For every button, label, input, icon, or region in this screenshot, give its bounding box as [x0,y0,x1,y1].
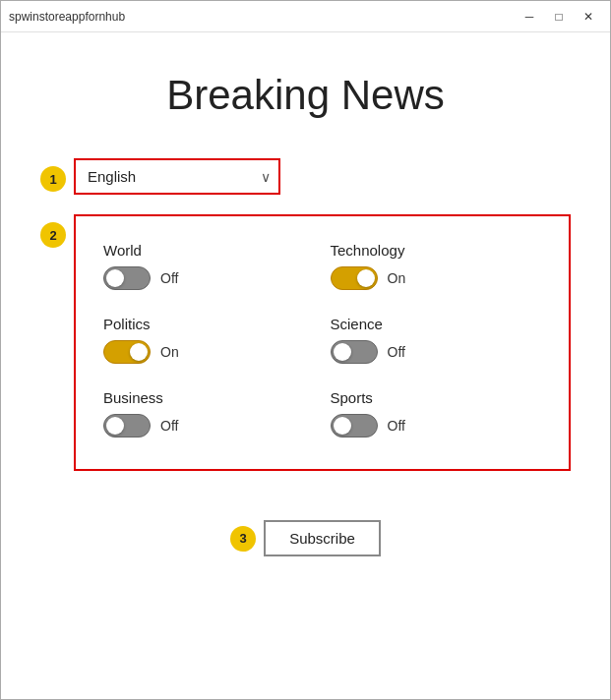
subscribe-button[interactable]: Subscribe [264,520,381,556]
sports-toggle[interactable] [331,414,378,438]
business-toggle-row: Off [103,414,315,438]
maximize-button[interactable]: □ [545,7,573,27]
category-science-label: Science [331,316,542,332]
science-toggle[interactable] [331,340,378,364]
badge-3: 3 [230,526,256,552]
subscribe-section: 3 Subscribe [230,520,381,556]
page-title: Breaking News [166,72,444,119]
technology-toggle[interactable] [331,266,378,290]
world-toggle-thumb [106,269,124,287]
world-toggle[interactable] [103,266,151,290]
politics-toggle-row: On [103,340,315,364]
world-toggle-row: Off [103,266,315,290]
politics-status: On [160,344,179,360]
category-world-label: World [103,242,315,259]
category-technology: Technology On [323,232,550,306]
close-button[interactable]: ✕ [575,7,602,27]
category-technology-label: Technology [331,242,542,259]
science-toggle-thumb [334,343,351,361]
sports-toggle-thumb [334,417,351,435]
category-business: Business Off [95,379,323,453]
technology-toggle-thumb [357,269,375,287]
badge-1: 1 [40,166,66,192]
category-world: World Off [95,232,323,306]
politics-toggle-thumb [130,343,148,361]
category-sports-label: Sports [331,389,542,406]
categories-grid: World Off Technology [95,232,549,453]
category-science: Science Off [323,306,550,379]
business-status: Off [160,418,178,434]
main-content: Breaking News 1 English Spanish French G… [1,32,610,699]
category-business-label: Business [103,389,315,406]
science-toggle-row: Off [331,340,542,364]
categories-section: 2 World Off [40,214,571,471]
category-sports: Sports Off [323,379,550,453]
sports-toggle-row: Off [331,414,542,438]
minimize-button[interactable]: ─ [516,7,543,27]
language-select[interactable]: English Spanish French German [74,158,280,195]
politics-toggle[interactable] [103,340,151,364]
title-bar: spwinstoreappfornhub ─ □ ✕ [1,1,610,32]
business-toggle[interactable] [103,414,151,438]
language-select-wrapper: English Spanish French German ∨ [74,158,280,195]
badge-2: 2 [40,222,66,248]
category-politics: Politics On [95,306,323,379]
window-controls: ─ □ ✕ [516,7,602,27]
window-title: spwinstoreappfornhub [9,10,125,24]
business-toggle-thumb [106,417,124,435]
science-status: Off [388,344,405,360]
technology-toggle-row: On [331,266,542,290]
categories-box: World Off Technology [74,214,571,471]
language-section: 1 English Spanish French German ∨ [40,158,571,195]
sports-status: Off [388,418,405,434]
category-politics-label: Politics [103,316,315,332]
world-status: Off [160,270,178,286]
technology-status: On [388,270,406,286]
app-window: spwinstoreappfornhub ─ □ ✕ Breaking News… [0,0,611,700]
